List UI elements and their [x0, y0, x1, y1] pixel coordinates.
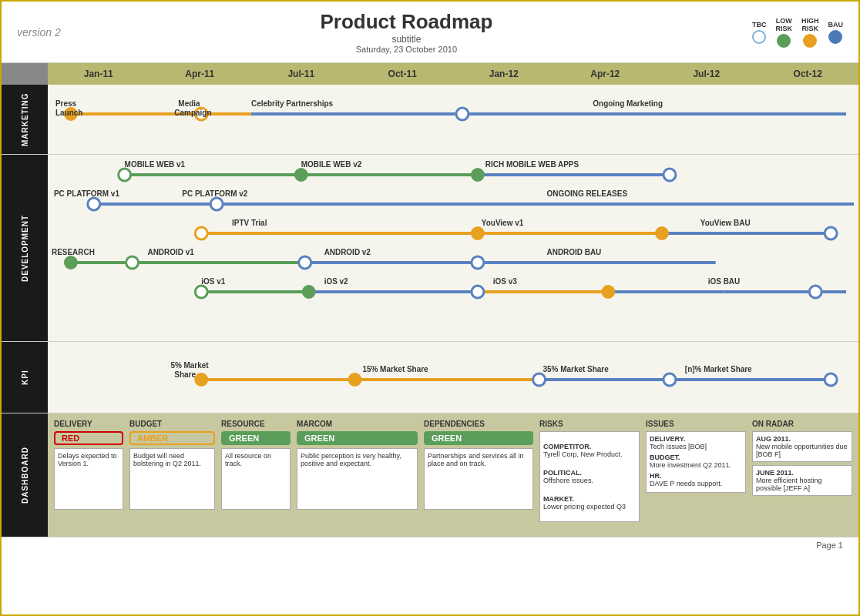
- svg-text:PC PLATFORM v2: PC PLATFORM v2: [182, 189, 247, 198]
- budget-text: Budget will need bolstering in Q2 2011.: [133, 452, 201, 467]
- svg-point-68: [195, 373, 207, 386]
- month-jul12: Jul-12: [656, 69, 758, 79]
- kpi-content: 5% Market Share 15% Market Share 35% Mar…: [48, 342, 858, 413]
- resource-text: All resource on track.: [225, 452, 271, 467]
- dependencies-badge: GREEN: [424, 431, 533, 445]
- svg-point-44: [299, 256, 311, 269]
- dashboard-content: DELIVERY RED Delays expected to Version …: [48, 413, 858, 537]
- delivery-col: DELIVERY RED Delays expected to Version …: [54, 420, 123, 531]
- svg-point-16: [472, 169, 484, 181]
- svg-text:[n]% Market Share: [n]% Market Share: [685, 365, 752, 373]
- bau-circle: [828, 30, 842, 44]
- delivery-badge: RED: [54, 431, 123, 445]
- risks-item-3: MARKET.Lower pricing expected Q3: [543, 495, 636, 511]
- on-radar-item-1: AUG 2011.New mobile opportunities due [B…: [752, 431, 852, 462]
- months-bar: Jan-11 Apr-11 Jul-11 Oct-11 Jan-12 Apr-1…: [48, 63, 858, 85]
- dashboard-row: DASHBOARD DELIVERY RED Delays expected t…: [2, 413, 858, 537]
- kpi-svg: 5% Market Share 15% Market Share 35% Mar…: [48, 345, 858, 407]
- svg-text:35% Market Share: 35% Market Share: [543, 365, 610, 373]
- legend-high-risk: HIGHRISK: [801, 17, 819, 48]
- high-risk-circle: [803, 34, 817, 48]
- development-svg: MOBILE WEB v1 MOBILE WEB v2 RICH MOBILE …: [48, 158, 858, 335]
- header: version 2 Product Roadmap subtitle Satur…: [2, 2, 858, 63]
- svg-point-15: [295, 169, 307, 181]
- issues-col: ISSUES DELIVERY.Tech Issues [BOB] BUDGET…: [646, 420, 746, 531]
- svg-text:Share: Share: [174, 370, 196, 379]
- version-label: version 2: [17, 26, 61, 38]
- svg-text:IPTV Trial: IPTV Trial: [232, 219, 267, 227]
- svg-text:ANDROID BAU: ANDROID BAU: [547, 248, 602, 256]
- issues-title: ISSUES: [646, 420, 746, 428]
- svg-point-71: [663, 373, 676, 386]
- month-oct12: Oct-12: [758, 69, 859, 79]
- month-oct11: Oct-11: [352, 69, 454, 79]
- svg-point-33: [656, 227, 668, 239]
- tbc-circle: [752, 30, 766, 44]
- title-block: Product Roadmap subtitle Saturday, 23 Oc…: [320, 10, 492, 54]
- page-title: Product Roadmap: [320, 10, 492, 34]
- month-apr12: Apr-12: [555, 69, 657, 79]
- svg-point-55: [195, 286, 207, 298]
- svg-text:Media: Media: [178, 99, 200, 108]
- svg-point-23: [88, 198, 100, 210]
- resource-box: All resource on track.: [221, 448, 291, 510]
- month-jan12: Jan-12: [453, 69, 555, 79]
- svg-text:iOS v3: iOS v3: [493, 277, 517, 286]
- svg-point-58: [602, 286, 614, 298]
- marcom-title: MARCOM: [297, 420, 418, 428]
- svg-point-59: [809, 286, 821, 298]
- dependencies-title: DEPENDENCIES: [424, 420, 533, 428]
- risks-title: RISKS: [539, 420, 640, 428]
- svg-text:RESEARCH: RESEARCH: [52, 248, 95, 256]
- low-risk-circle: [777, 34, 791, 48]
- svg-text:Launch: Launch: [55, 109, 82, 117]
- month-jul11: Jul-11: [250, 69, 352, 79]
- dependencies-text: Partnerships and services all in place a…: [428, 452, 524, 467]
- svg-text:Ongoing Marketing: Ongoing Marketing: [593, 99, 663, 108]
- svg-text:iOS v2: iOS v2: [324, 277, 348, 286]
- svg-point-17: [663, 169, 676, 181]
- marketing-svg: Press Launch Media Campaign Celebrity Pa…: [48, 92, 858, 154]
- svg-text:RICH MOBILE WEB APPS: RICH MOBILE WEB APPS: [485, 160, 579, 169]
- svg-text:ONGOING RELEASES: ONGOING RELEASES: [547, 189, 628, 198]
- footer: Page 1: [2, 537, 858, 553]
- svg-text:Campaign: Campaign: [174, 109, 211, 117]
- development-label: DEVELOPMENT: [2, 155, 48, 341]
- dependencies-col: DEPENDENCIES GREEN Partnerships and serv…: [424, 420, 533, 531]
- budget-col: BUDGET AMBER Budget will need bolstering…: [129, 420, 215, 531]
- svg-text:ANDROID v2: ANDROID v2: [324, 248, 371, 256]
- svg-point-69: [349, 373, 361, 386]
- svg-point-34: [825, 227, 837, 239]
- on-radar-col: ON RADAR AUG 2011.New mobile opportuniti…: [752, 420, 852, 531]
- marketing-section: MARKETING Press Launch Media Campaign Ce: [2, 85, 858, 155]
- svg-text:5% Market: 5% Market: [170, 361, 209, 370]
- legend: TBC LOWRISK HIGHRISK BAU: [752, 17, 843, 48]
- svg-point-24: [210, 198, 223, 210]
- months-row: Jan-11 Apr-11 Jul-11 Oct-11 Jan-12 Apr-1…: [2, 63, 858, 85]
- dependencies-box: Partnerships and services all in place a…: [424, 448, 533, 510]
- month-apr11: Apr-11: [149, 69, 251, 79]
- svg-point-45: [472, 256, 484, 269]
- on-radar-title: ON RADAR: [752, 420, 852, 428]
- date: Saturday, 23 October 2010: [320, 45, 492, 54]
- kpi-label: KPI: [2, 342, 48, 413]
- svg-point-32: [472, 227, 484, 239]
- risks-box: COMPETITOR.Tyrell Corp, New Product. POL…: [539, 431, 640, 522]
- resource-badge: GREEN: [221, 431, 291, 445]
- svg-text:ANDROID v1: ANDROID v1: [148, 248, 195, 256]
- svg-text:YouView v1: YouView v1: [482, 219, 524, 227]
- resource-col: RESOURCE GREEN All resource on track.: [221, 420, 291, 531]
- svg-point-70: [533, 373, 546, 386]
- page-number: Page 1: [816, 541, 843, 550]
- issues-box: DELIVERY.Tech Issues [BOB] BUDGET.More i…: [646, 431, 746, 493]
- svg-text:iOS v1: iOS v1: [201, 277, 225, 286]
- months-spacer: [2, 63, 48, 85]
- budget-badge: AMBER: [129, 431, 215, 445]
- svg-point-14: [119, 169, 131, 181]
- budget-title: BUDGET: [129, 420, 215, 428]
- svg-point-4: [456, 108, 469, 120]
- dashboard-label: DASHBOARD: [2, 413, 48, 537]
- delivery-text: Delays expected to Version 1.: [58, 452, 117, 467]
- svg-text:iOS BAU: iOS BAU: [708, 277, 740, 286]
- marcom-text: Public perception is very healthy, posit…: [301, 452, 401, 467]
